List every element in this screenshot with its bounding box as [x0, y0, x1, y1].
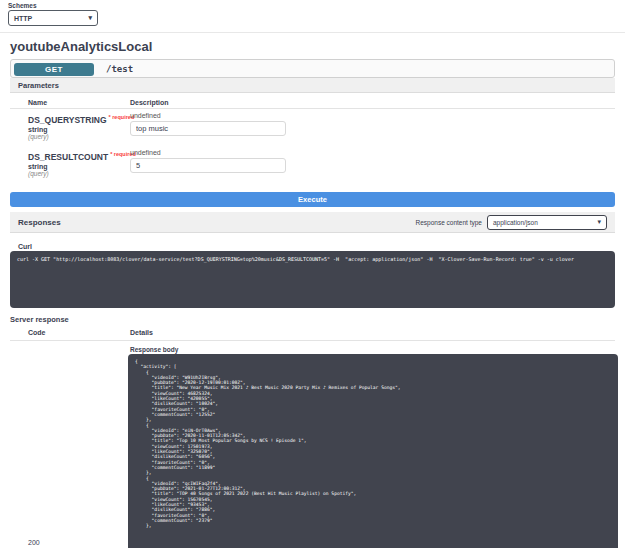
operation-path: /test: [106, 64, 133, 74]
column-header-description: Description: [130, 99, 169, 106]
responses-section-header: Responses Response content type applicat…: [10, 212, 615, 233]
table-header-divider: [10, 108, 615, 109]
schemes-selected-value: HTTP: [14, 15, 32, 22]
divider: [0, 32, 625, 33]
chevron-down-icon: ▾: [597, 218, 601, 226]
column-header-code: Code: [28, 329, 46, 336]
param-name-text: DS_QUERYSTRING: [28, 115, 107, 125]
curl-command: curl -X GET "http://localhost:8083/clove…: [17, 256, 608, 263]
param-type: string: [28, 126, 47, 133]
response-body-label: Response body: [130, 346, 178, 353]
param-description: undefined: [130, 149, 161, 156]
param-type: string: [28, 163, 47, 170]
parameters-title: Parameters: [18, 81, 59, 90]
response-content-type-label: Response content type: [416, 219, 483, 226]
http-method-badge: GET: [14, 63, 94, 76]
param-description: undefined: [130, 112, 161, 119]
column-header-details: Details: [130, 329, 153, 336]
param-location: (query): [28, 170, 49, 177]
swagger-ui-page: Schemes HTTP ▾ youtubeAnalyticsLocal GET…: [0, 0, 625, 548]
param-name-ds-resultcount: DS_RESULTCOUNT* required: [28, 151, 136, 162]
page-title: youtubeAnalyticsLocal: [10, 39, 152, 54]
schemes-select[interactable]: HTTP ▾: [8, 10, 98, 26]
status-code: 200: [28, 539, 40, 546]
response-body-block[interactable]: { "activity": [ { "videoId": "W91Uh2IBrs…: [128, 354, 618, 548]
response-body-json: { "activity": [ { "videoId": "W91Uh2IBrs…: [135, 359, 611, 529]
curl-label: Curl: [18, 243, 32, 250]
param-input-ds-querystring[interactable]: [130, 121, 286, 136]
execute-button[interactable]: Execute: [10, 192, 615, 207]
response-content-type-value: application/json: [493, 219, 538, 226]
param-name-text: DS_RESULTCOUNT: [28, 152, 108, 162]
response-content-type-wrap: Response content type application/json ▾: [416, 215, 608, 230]
param-input-ds-resultcount[interactable]: [130, 158, 286, 173]
schemes-label: Schemes: [8, 2, 37, 9]
curl-code-block[interactable]: curl -X GET "http://localhost:8083/clove…: [10, 251, 615, 308]
param-location: (query): [28, 133, 49, 140]
parameters-section-header: Parameters: [10, 78, 615, 93]
responses-title: Responses: [18, 218, 61, 227]
response-content-type-select[interactable]: application/json ▾: [487, 215, 607, 230]
chevron-down-icon: ▾: [88, 14, 92, 22]
server-response-label: Server response: [10, 315, 69, 324]
column-header-name: Name: [28, 99, 47, 106]
operation-block[interactable]: GET /test: [10, 59, 615, 78]
table-header-divider: [10, 340, 615, 341]
param-name-ds-querystring: DS_QUERYSTRING* required: [28, 114, 134, 125]
